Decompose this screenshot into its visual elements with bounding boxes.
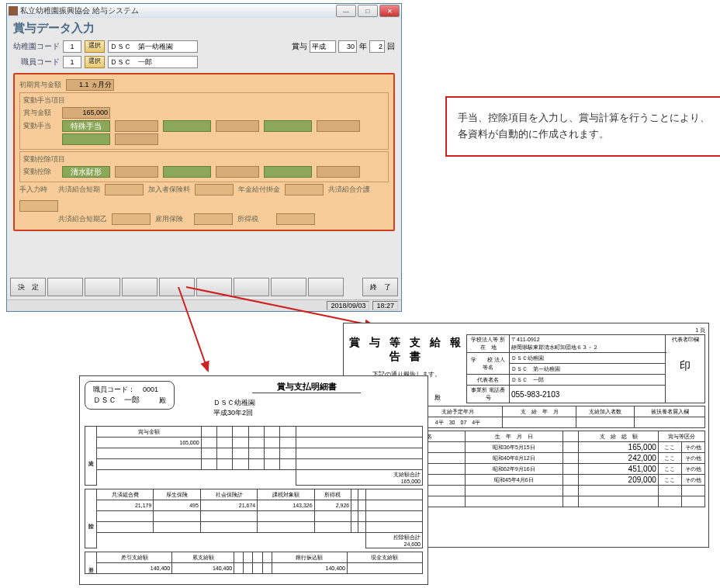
hendo-field-3[interactable] <box>317 120 360 132</box>
count-suffix: 回 <box>387 41 395 52</box>
kyosai-tanki-field[interactable] <box>105 184 144 195</box>
variable-allowance-label: 変動手当項目 <box>23 95 385 105</box>
hendo-field-4[interactable] <box>115 133 158 145</box>
kyosai-tanki-label: 共済組合短期 <box>58 185 100 195</box>
hendo-kojo-label: 変動控除 <box>23 167 57 177</box>
tenyuryoku-label: 手入力時 <box>19 185 54 195</box>
shotoku-field[interactable] <box>276 213 315 225</box>
doc2-daihyo: ＤＳＣ 一郎 <box>510 375 666 386</box>
staff-select-button[interactable]: 選択 <box>85 56 105 68</box>
doc2-y: 30 <box>449 420 455 425</box>
doc1-staff-box: 職員コード： 0001 ＤＳＣ 一郎 殿 <box>85 381 175 410</box>
bottom-toolbar: 決 定 終 了 <box>7 275 401 299</box>
btn-f5[interactable] <box>159 278 195 296</box>
kojo-select-3[interactable] <box>264 166 312 178</box>
staff-code-input[interactable]: 1 <box>63 56 81 68</box>
bonus-amount-label: 賞与金額 <box>23 108 57 118</box>
status-time: 18:27 <box>372 301 398 310</box>
doc1-period: 平成30年2回 <box>213 408 423 418</box>
nenkin-field[interactable] <box>285 184 324 195</box>
minimize-button[interactable]: — <box>336 5 356 17</box>
screen-title: 賞与データ入力 <box>7 18 401 39</box>
koyo-field[interactable] <box>194 213 233 225</box>
kyosai-tanki-otsu-label: 共済組合短期乙 <box>58 214 107 224</box>
kojo-field-1[interactable] <box>115 166 158 178</box>
year-field[interactable]: 30 <box>338 40 357 53</box>
close-button[interactable]: ✕ <box>379 5 400 17</box>
doc2-tel: 055-983-2103 <box>510 386 666 403</box>
koyo-label: 雇用保険 <box>155 214 189 224</box>
doc2-page: 1 頁 <box>347 327 705 334</box>
hendo-select-4[interactable] <box>62 133 110 145</box>
decide-button[interactable]: 決 定 <box>10 278 46 296</box>
doc2-gakko2: ＤＳＣ 第一幼稚園 <box>510 364 666 375</box>
doc2-shikyu-ymd-label: 支 給 年 月 <box>503 406 576 417</box>
seisui-select[interactable]: 清水財形 <box>62 166 110 178</box>
first-bonus-label: 初期賞与金額 <box>19 80 61 90</box>
end-button[interactable]: 終 了 <box>362 278 398 296</box>
kyosai-kaigo-field[interactable] <box>19 200 58 212</box>
doc1-kojo-total: 24,600 <box>404 541 421 547</box>
hendo-select-2[interactable] <box>163 120 211 132</box>
doc2-gakko-label: 学 校 法人等名 <box>467 353 510 375</box>
staff-code-label: 職員コード <box>21 57 60 67</box>
btn-f4[interactable] <box>122 278 158 296</box>
doc1-staffcode-label: 職員コード： <box>93 386 135 393</box>
nenkin-label: 年金給付掛金 <box>238 185 280 195</box>
variable-allowance-group: 変動手当項目 賞与金額 165,000 変動手当 特殊手当 <box>19 92 389 150</box>
doc1-bonus-label: 賞与金額 <box>97 427 202 438</box>
doc2-daihyo-label: 代表者名 <box>467 375 510 386</box>
era-field[interactable]: 平成 <box>310 40 336 53</box>
doc1-shikyu-table: 支給 賞与金額 165,000 支給額合計165,000 <box>85 426 423 486</box>
btn-f9[interactable] <box>308 278 344 296</box>
variable-deduction-group: 変動控除項目 変動控除 清水財形 <box>19 151 389 182</box>
doc1-diff-table: 差引 差引支給額累支給額銀行振込額現金支給額 140,400140,400140… <box>85 552 423 574</box>
doc2-m: 07 <box>461 420 467 425</box>
btn-f6[interactable] <box>196 278 232 296</box>
special-allowance-select[interactable]: 特殊手当 <box>62 120 110 132</box>
statusbar: 2018/09/03 18:27 <box>7 299 401 311</box>
kyosai-tanki-otsu-field[interactable] <box>112 213 151 225</box>
doc1-cash-label: 現金支給額 <box>347 552 422 563</box>
kyosai-kaigo-label: 共済組合介護 <box>328 185 370 195</box>
kojo-select-2[interactable] <box>163 166 211 178</box>
header-row-2: 職員コード 1 選択 ＤＳＣ 一郎 <box>7 54 401 70</box>
first-bonus-value: 1.1 ヵ月分 <box>66 79 114 91</box>
doc2-title: 賞 与 等 支 給 報 告 書 <box>348 336 465 364</box>
doc1-bank: 140,400 <box>272 563 347 574</box>
kanyusha-field[interactable] <box>195 184 234 195</box>
kojo-field-3[interactable] <box>317 166 360 178</box>
doc2-addr-num: 〒411-0912 <box>511 337 540 342</box>
bonus-amount-field[interactable]: 165,000 <box>62 107 110 119</box>
count-field[interactable]: 2 <box>369 40 385 53</box>
maximize-button[interactable]: □ <box>358 5 378 17</box>
doc1-shikyu-total-label: 支給額合計 <box>393 472 421 477</box>
kinder-select-button[interactable]: 選択 <box>85 40 105 53</box>
doc1-org: ＤＳＣ幼稚園 <box>213 398 423 408</box>
bonus-label: 賞与 <box>292 41 307 52</box>
doc1-sect-diff: 差引 <box>85 552 97 574</box>
hendo-field-2[interactable] <box>216 120 259 132</box>
doc1-bonus-val: 165,000 <box>97 438 202 448</box>
bonus-data-panel: 初期賞与金額 1.1 ヵ月分 変動手当項目 賞与金額 165,000 変動手当 … <box>13 73 395 231</box>
btn-f3[interactable] <box>85 278 120 296</box>
btn-f7[interactable] <box>234 278 269 296</box>
staff-name-field[interactable]: ＤＳＣ 一郎 <box>108 56 198 68</box>
doc1-kojo-table: 控除 共済組合費厚生保険社会保険計課税対象額所得税 21,17949521,67… <box>85 489 423 548</box>
header-row-1: 幼稚園コード 1 選択 ＤＳＣ 第一幼稚園 賞与 平成 30 年 2 回 <box>7 39 401 54</box>
doc2-gakko: ＤＳＣ幼稚園 <box>510 353 666 364</box>
app-icon <box>9 6 18 16</box>
kojo-field-2[interactable] <box>216 166 259 178</box>
hendo-select-3[interactable] <box>264 120 312 132</box>
doc1-dono: 殿 <box>159 396 166 404</box>
hendo-field-1[interactable] <box>115 120 158 132</box>
doc2-headcount-label: 支給加入者数 <box>576 406 635 417</box>
year-suffix: 年 <box>359 41 367 52</box>
doc2-dependents-label: 被扶養者届入欄 <box>635 406 705 417</box>
doc2-seal-label: 代表者印欄 <box>667 336 703 344</box>
btn-f8[interactable] <box>271 278 306 296</box>
kinder-code-input[interactable]: 1 <box>63 40 81 53</box>
kinder-name-field[interactable]: ＤＳＣ 第一幼稚園 <box>108 40 198 53</box>
shotoku-label: 所得税 <box>237 214 272 224</box>
btn-f2[interactable] <box>47 278 83 296</box>
